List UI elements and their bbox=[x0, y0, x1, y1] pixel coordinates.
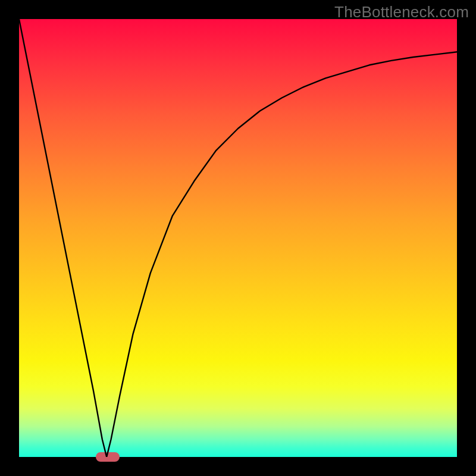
chart-frame: TheBottleneck.com bbox=[0, 0, 476, 476]
bottleneck-curve bbox=[19, 19, 457, 457]
plot-area bbox=[19, 19, 457, 457]
watermark-text: TheBottleneck.com bbox=[334, 3, 469, 21]
curve-path bbox=[19, 19, 457, 457]
